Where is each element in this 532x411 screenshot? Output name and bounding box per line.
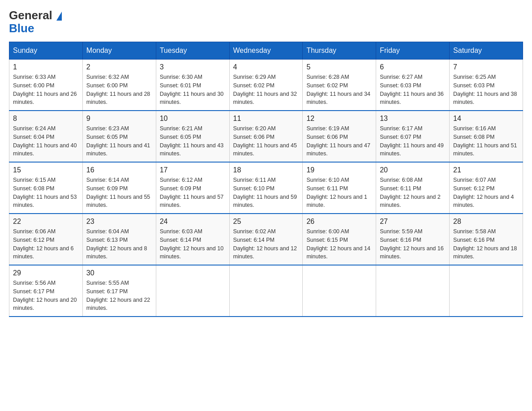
day-number: 24	[160, 218, 226, 226]
day-info: Sunrise: 6:32 AM Sunset: 6:00 PM Dayligh…	[86, 73, 152, 107]
logo-general-text: General	[9, 9, 62, 22]
day-info: Sunrise: 5:58 AM Sunset: 6:16 PM Dayligh…	[453, 227, 519, 261]
day-info: Sunrise: 5:56 AM Sunset: 6:17 PM Dayligh…	[13, 279, 79, 313]
day-number: 11	[233, 115, 299, 123]
calendar-cell: 25 Sunrise: 6:02 AM Sunset: 6:14 PM Dayl…	[229, 214, 303, 265]
day-info: Sunrise: 6:28 AM Sunset: 6:02 PM Dayligh…	[306, 73, 372, 107]
calendar-cell: 2 Sunrise: 6:32 AM Sunset: 6:00 PM Dayli…	[82, 60, 156, 111]
day-info: Sunrise: 6:23 AM Sunset: 6:05 PM Dayligh…	[86, 124, 152, 158]
calendar-cell	[229, 265, 303, 317]
calendar-cell: 6 Sunrise: 6:27 AM Sunset: 6:03 PM Dayli…	[376, 60, 450, 111]
calendar-cell: 15 Sunrise: 6:15 AM Sunset: 6:08 PM Dayl…	[9, 162, 83, 214]
day-info: Sunrise: 6:29 AM Sunset: 6:02 PM Dayligh…	[233, 73, 299, 107]
day-number: 21	[453, 166, 519, 174]
day-info: Sunrise: 6:25 AM Sunset: 6:03 PM Dayligh…	[453, 73, 519, 107]
day-info: Sunrise: 6:21 AM Sunset: 6:05 PM Dayligh…	[160, 124, 226, 158]
day-info: Sunrise: 6:33 AM Sunset: 6:00 PM Dayligh…	[13, 73, 79, 107]
day-number: 22	[13, 218, 79, 226]
day-number: 18	[233, 166, 299, 174]
day-number: 5	[306, 63, 372, 71]
day-info: Sunrise: 6:14 AM Sunset: 6:09 PM Dayligh…	[86, 176, 152, 210]
calendar-cell: 28 Sunrise: 5:58 AM Sunset: 6:16 PM Dayl…	[450, 214, 523, 265]
calendar-cell: 16 Sunrise: 6:14 AM Sunset: 6:09 PM Dayl…	[82, 162, 156, 214]
day-number: 19	[306, 166, 372, 174]
day-number: 27	[380, 218, 446, 226]
day-number: 16	[86, 166, 152, 174]
day-info: Sunrise: 6:24 AM Sunset: 6:04 PM Dayligh…	[13, 124, 79, 158]
calendar-cell: 30 Sunrise: 5:55 AM Sunset: 6:17 PM Dayl…	[82, 265, 156, 317]
calendar-cell: 4 Sunrise: 6:29 AM Sunset: 6:02 PM Dayli…	[229, 60, 303, 111]
day-number: 4	[233, 63, 299, 71]
day-number: 6	[380, 63, 446, 71]
calendar-cell	[450, 265, 523, 317]
day-info: Sunrise: 6:16 AM Sunset: 6:08 PM Dayligh…	[453, 124, 519, 158]
day-number: 7	[453, 63, 519, 71]
day-info: Sunrise: 6:30 AM Sunset: 6:01 PM Dayligh…	[160, 73, 226, 107]
week-row-4: 22 Sunrise: 6:06 AM Sunset: 6:12 PM Dayl…	[9, 214, 523, 265]
header-monday: Monday	[82, 42, 156, 60]
day-info: Sunrise: 5:59 AM Sunset: 6:16 PM Dayligh…	[380, 227, 446, 261]
calendar-cell: 1 Sunrise: 6:33 AM Sunset: 6:00 PM Dayli…	[9, 60, 83, 111]
day-number: 29	[13, 269, 79, 277]
calendar-cell: 13 Sunrise: 6:17 AM Sunset: 6:07 PM Dayl…	[376, 111, 450, 162]
day-number: 1	[13, 63, 79, 71]
page-header: General Blue	[9, 9, 523, 34]
day-number: 3	[160, 63, 226, 71]
day-info: Sunrise: 6:08 AM Sunset: 6:11 PM Dayligh…	[380, 176, 446, 210]
day-info: Sunrise: 6:27 AM Sunset: 6:03 PM Dayligh…	[380, 73, 446, 107]
day-info: Sunrise: 6:17 AM Sunset: 6:07 PM Dayligh…	[380, 124, 446, 158]
day-number: 23	[86, 218, 152, 226]
calendar-cell: 29 Sunrise: 5:56 AM Sunset: 6:17 PM Dayl…	[9, 265, 83, 317]
day-info: Sunrise: 6:04 AM Sunset: 6:13 PM Dayligh…	[86, 227, 152, 261]
calendar-cell: 19 Sunrise: 6:10 AM Sunset: 6:11 PM Dayl…	[303, 162, 376, 214]
header-wednesday: Wednesday	[229, 42, 303, 60]
header-sunday: Sunday	[9, 42, 83, 60]
calendar-cell: 24 Sunrise: 6:03 AM Sunset: 6:14 PM Dayl…	[156, 214, 229, 265]
calendar-cell: 17 Sunrise: 6:12 AM Sunset: 6:09 PM Dayl…	[156, 162, 229, 214]
day-number: 14	[453, 115, 519, 123]
calendar-cell: 22 Sunrise: 6:06 AM Sunset: 6:12 PM Dayl…	[9, 214, 83, 265]
day-info: Sunrise: 5:55 AM Sunset: 6:17 PM Dayligh…	[86, 279, 152, 313]
calendar-cell	[303, 265, 376, 317]
header-tuesday: Tuesday	[156, 42, 229, 60]
logo-blue-text: Blue	[9, 22, 34, 35]
calendar-cell: 23 Sunrise: 6:04 AM Sunset: 6:13 PM Dayl…	[82, 214, 156, 265]
day-number: 8	[13, 115, 79, 123]
calendar-cell: 10 Sunrise: 6:21 AM Sunset: 6:05 PM Dayl…	[156, 111, 229, 162]
calendar-cell: 9 Sunrise: 6:23 AM Sunset: 6:05 PM Dayli…	[82, 111, 156, 162]
day-info: Sunrise: 6:15 AM Sunset: 6:08 PM Dayligh…	[13, 176, 79, 210]
calendar-cell	[376, 265, 450, 317]
header-friday: Friday	[376, 42, 450, 60]
calendar-cell: 20 Sunrise: 6:08 AM Sunset: 6:11 PM Dayl…	[376, 162, 450, 214]
week-row-2: 8 Sunrise: 6:24 AM Sunset: 6:04 PM Dayli…	[9, 111, 523, 162]
day-number: 17	[160, 166, 226, 174]
header-thursday: Thursday	[303, 42, 376, 60]
day-info: Sunrise: 6:11 AM Sunset: 6:10 PM Dayligh…	[233, 176, 299, 210]
calendar-cell: 5 Sunrise: 6:28 AM Sunset: 6:02 PM Dayli…	[303, 60, 376, 111]
day-info: Sunrise: 6:07 AM Sunset: 6:12 PM Dayligh…	[453, 176, 519, 210]
day-number: 30	[86, 269, 152, 277]
calendar-cell: 3 Sunrise: 6:30 AM Sunset: 6:01 PM Dayli…	[156, 60, 229, 111]
day-info: Sunrise: 6:10 AM Sunset: 6:11 PM Dayligh…	[306, 176, 372, 210]
day-info: Sunrise: 6:12 AM Sunset: 6:09 PM Dayligh…	[160, 176, 226, 210]
logo: General Blue	[9, 9, 62, 34]
calendar-cell	[156, 265, 229, 317]
day-number: 28	[453, 218, 519, 226]
calendar-cell: 21 Sunrise: 6:07 AM Sunset: 6:12 PM Dayl…	[450, 162, 523, 214]
calendar-cell: 12 Sunrise: 6:19 AM Sunset: 6:06 PM Dayl…	[303, 111, 376, 162]
weekday-header-row: Sunday Monday Tuesday Wednesday Thursday…	[9, 42, 523, 60]
week-row-1: 1 Sunrise: 6:33 AM Sunset: 6:00 PM Dayli…	[9, 60, 523, 111]
calendar-cell: 11 Sunrise: 6:20 AM Sunset: 6:06 PM Dayl…	[229, 111, 303, 162]
calendar-cell: 18 Sunrise: 6:11 AM Sunset: 6:10 PM Dayl…	[229, 162, 303, 214]
day-info: Sunrise: 6:00 AM Sunset: 6:15 PM Dayligh…	[306, 227, 372, 261]
calendar-cell: 26 Sunrise: 6:00 AM Sunset: 6:15 PM Dayl…	[303, 214, 376, 265]
calendar-cell: 8 Sunrise: 6:24 AM Sunset: 6:04 PM Dayli…	[9, 111, 83, 162]
day-number: 12	[306, 115, 372, 123]
day-info: Sunrise: 6:02 AM Sunset: 6:14 PM Dayligh…	[233, 227, 299, 261]
calendar-cell: 7 Sunrise: 6:25 AM Sunset: 6:03 PM Dayli…	[450, 60, 523, 111]
day-number: 10	[160, 115, 226, 123]
calendar-cell: 27 Sunrise: 5:59 AM Sunset: 6:16 PM Dayl…	[376, 214, 450, 265]
week-row-3: 15 Sunrise: 6:15 AM Sunset: 6:08 PM Dayl…	[9, 162, 523, 214]
day-number: 15	[13, 166, 79, 174]
day-info: Sunrise: 6:06 AM Sunset: 6:12 PM Dayligh…	[13, 227, 79, 261]
